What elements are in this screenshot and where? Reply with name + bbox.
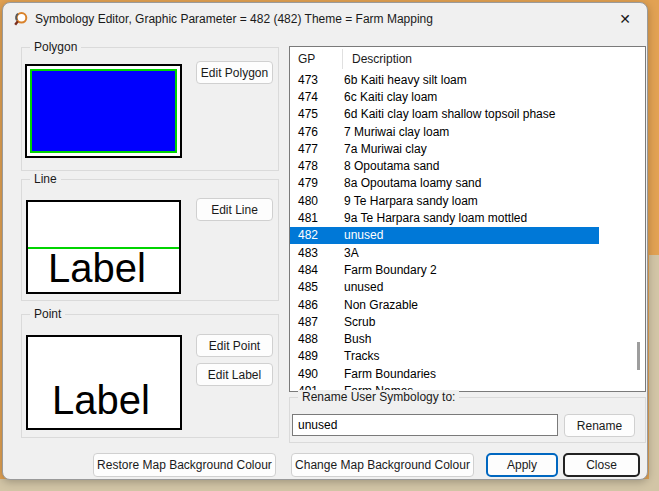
rename-group-label: Rename User Symbology to: [298, 390, 459, 405]
list-row-gp: 477 [290, 142, 344, 156]
point-preview-label-text: Label [52, 380, 150, 420]
background-strip-bottom [0, 479, 659, 491]
list-row-description: Scrub [344, 315, 375, 329]
restore-map-background-colour-button[interactable]: Restore Map Background Colour [93, 453, 276, 477]
column-divider[interactable] [342, 49, 343, 69]
list-row-gp: 484 [290, 263, 344, 277]
edit-point-button[interactable]: Edit Point [196, 334, 273, 357]
point-preview: Label [26, 335, 182, 430]
line-preview: Label [26, 200, 181, 294]
polygon-preview [25, 64, 182, 158]
list-row-gp: 487 [290, 315, 344, 329]
list-row-gp: 473 [290, 73, 344, 87]
list-row-description: 9a Te Harpara sandy loam mottled [344, 211, 527, 225]
list-row[interactable]: 486 Non Grazable [290, 296, 599, 313]
close-window-button[interactable]: ✕ [603, 3, 647, 35]
list-row[interactable]: 489 Tracks [290, 348, 599, 365]
polygon-group-label: Polygon [30, 40, 81, 55]
list-row-gp: 486 [290, 298, 344, 312]
list-header[interactable]: GP Description [290, 47, 645, 71]
symbology-editor-dialog: Symbology Editor, Graphic Parameter = 48… [2, 2, 648, 480]
change-map-background-colour-button[interactable]: Change Map Background Colour [291, 453, 474, 477]
background-strip-right [649, 255, 659, 491]
list-row-gp: 478 [290, 159, 344, 173]
list-row-gp: 474 [290, 90, 344, 104]
list-row-description: 8a Opoutama loamy sand [344, 176, 481, 190]
list-row-gp: 483 [290, 246, 344, 260]
symbology-list[interactable]: GP Description 473 6b Kaiti heavy silt l… [289, 46, 646, 392]
list-row-gp: 480 [290, 194, 344, 208]
list-row-description: 9 Te Harpara sandy loam [344, 194, 478, 208]
list-row[interactable]: 484 Farm Boundary 2 [290, 261, 599, 278]
edit-label-button[interactable]: Edit Label [196, 363, 273, 386]
column-header-description[interactable]: Description [342, 52, 412, 66]
symbology-list-rows[interactable]: 473 6b Kaiti heavy silt loam 474 6c Kait… [290, 71, 645, 392]
list-row[interactable]: 476 7 Muriwai clay loam [290, 123, 599, 140]
list-row-description: Tracks [344, 349, 380, 363]
apply-button[interactable]: Apply [486, 453, 558, 477]
list-row[interactable]: 478 8 Opoutama sand [290, 157, 599, 174]
list-row-description: unused [344, 228, 383, 242]
polygon-preview-fill [32, 71, 175, 151]
list-row-description: Non Grazable [344, 298, 418, 312]
list-row-gp: 481 [290, 211, 344, 225]
line-group-label: Line [30, 172, 61, 187]
list-row-gp: 485 [290, 280, 344, 294]
window-title: Symbology Editor, Graphic Parameter = 48… [35, 12, 433, 26]
vertical-scrollbar-thumb[interactable] [637, 342, 640, 370]
list-row-description: 7a Muriwai clay [344, 142, 427, 156]
list-row-gp: 475 [290, 107, 344, 121]
close-icon: ✕ [619, 11, 631, 27]
title-bar[interactable]: Symbology Editor, Graphic Parameter = 48… [3, 3, 647, 35]
list-row-gp: 490 [290, 367, 344, 381]
list-row-gp: 488 [290, 332, 344, 346]
list-row[interactable]: 490 Farm Boundaries [290, 365, 599, 382]
list-row-gp: 482 [290, 228, 344, 242]
list-row-gp: 479 [290, 176, 344, 190]
list-row-description: Farm Boundary 2 [344, 263, 437, 277]
edit-line-button[interactable]: Edit Line [196, 198, 273, 221]
list-row-description: unused [344, 280, 383, 294]
rename-input[interactable] [292, 414, 558, 436]
list-row-description: Bush [344, 332, 371, 346]
list-row-description: 3A [344, 246, 359, 260]
list-row[interactable]: 482 unused [290, 227, 599, 244]
list-row-description: Farm Boundaries [344, 367, 436, 381]
list-row-description: 6b Kaiti heavy silt loam [344, 73, 467, 87]
list-row[interactable]: 474 6c Kaiti clay loam [290, 88, 599, 105]
list-row[interactable]: 473 6b Kaiti heavy silt loam [290, 71, 599, 88]
list-row[interactable]: 475 6d Kaiti clay loam shallow topsoil p… [290, 106, 599, 123]
list-row[interactable]: 481 9a Te Harpara sandy loam mottled [290, 209, 599, 226]
list-row[interactable]: 480 9 Te Harpara sandy loam [290, 192, 599, 209]
edit-polygon-button[interactable]: Edit Polygon [196, 61, 273, 84]
app-logo-icon [13, 11, 29, 27]
column-header-gp[interactable]: GP [290, 52, 342, 66]
list-row-description: 6c Kaiti clay loam [344, 90, 437, 104]
list-row[interactable]: 483 3A [290, 244, 599, 261]
list-row-description: 8 Opoutama sand [344, 159, 439, 173]
point-group-label: Point [30, 307, 65, 322]
list-row[interactable]: 477 7a Muriwai clay [290, 140, 599, 157]
rename-button[interactable]: Rename [564, 414, 635, 437]
list-row-gp: 489 [290, 349, 344, 363]
list-row-gp: 476 [290, 125, 344, 139]
close-button[interactable]: Close [563, 453, 640, 477]
list-row[interactable]: 488 Bush [290, 330, 599, 347]
list-row[interactable]: 485 unused [290, 279, 599, 296]
list-row[interactable]: 487 Scrub [290, 313, 599, 330]
polygon-preview-outline [30, 69, 177, 153]
line-preview-label-text: Label [48, 248, 146, 288]
list-row-description: 7 Muriwai clay loam [344, 125, 449, 139]
list-row[interactable]: 479 8a Opoutama loamy sand [290, 175, 599, 192]
list-row-description: 6d Kaiti clay loam shallow topsoil phase [344, 107, 555, 121]
